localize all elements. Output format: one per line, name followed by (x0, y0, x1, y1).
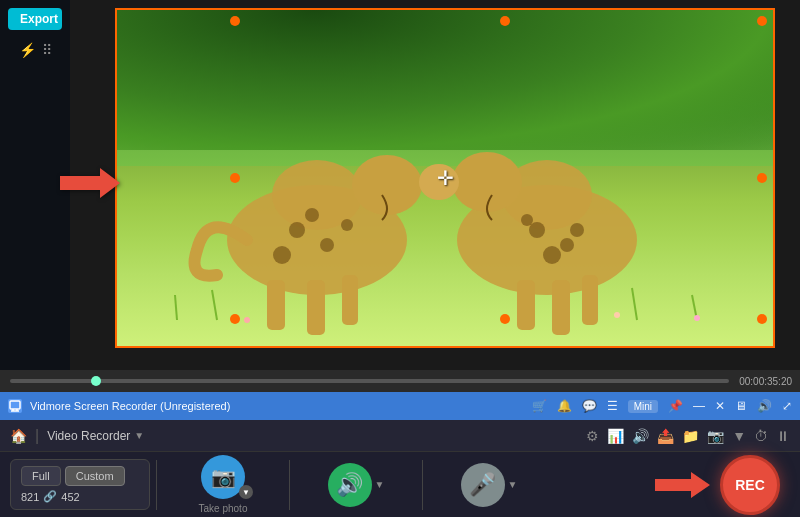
svg-rect-21 (582, 275, 598, 325)
rec-button[interactable]: REC (720, 455, 780, 515)
audio-settings-icon[interactable]: 🔊 (632, 428, 649, 444)
minimize-button[interactable]: — (693, 399, 705, 413)
svg-marker-30 (60, 168, 120, 198)
svg-point-17 (521, 214, 533, 226)
timeline-knob[interactable] (91, 376, 101, 386)
svg-point-14 (529, 222, 545, 238)
handle-bottom-left[interactable] (230, 314, 240, 324)
arrow-svg (60, 168, 120, 198)
recorder-controls: Full Custom 821 🔗 452 📷 ▼ Take photo (0, 452, 800, 517)
svg-point-28 (614, 312, 620, 318)
recorder-panel: Vidmore Screen Recorder (Unregistered) 🛒… (0, 392, 800, 517)
svg-point-15 (560, 238, 574, 252)
size-display: 821 🔗 452 (21, 490, 139, 503)
timeline-progress[interactable] (10, 379, 729, 383)
timeline-time: 00:00:35:20 (739, 376, 800, 387)
camera-dropdown-icon[interactable]: ▼ (732, 428, 746, 444)
mic-btn-row: 🎤 ▼ (461, 463, 518, 507)
chat-icon[interactable]: 💬 (582, 399, 597, 413)
svg-line-23 (212, 290, 217, 320)
camera-button[interactable]: 📷 ▼ (201, 455, 245, 499)
mic-button[interactable]: 🎤 (461, 463, 505, 507)
audio-button[interactable]: 🔊 (328, 463, 372, 507)
svg-rect-9 (307, 280, 325, 335)
handle-top-left[interactable] (230, 16, 240, 26)
full-mode-button[interactable]: Full (21, 466, 61, 486)
titlebar-controls: 🛒 🔔 💬 ☰ Mini 📌 — ✕ 🖥 🔊 ⤢ (532, 399, 792, 413)
pause-icon[interactable]: ⏸ (776, 428, 790, 444)
section-chevron[interactable]: ▼ (134, 430, 144, 441)
rec-section: REC (655, 455, 790, 515)
svg-point-18 (570, 223, 584, 237)
recorder-toolbar: 🏠 | Video Recorder ▼ ⚙ 📊 🔊 📤 📁 📷 ▼ ⏱ ⏸ (0, 420, 800, 452)
divider-2 (289, 460, 290, 510)
user-icon[interactable]: 🔔 (557, 399, 572, 413)
separator-1: | (35, 427, 39, 445)
camera-icon: 📷 (211, 465, 236, 489)
svg-rect-19 (517, 280, 535, 330)
camera-top-icon[interactable]: 📷 (707, 428, 724, 444)
timeline-bar[interactable]: 00:00:35:20 (0, 370, 800, 392)
filter-icon[interactable]: ⚡ (19, 42, 36, 58)
camera-label: Take photo (199, 503, 248, 514)
handle-middle-right[interactable] (757, 173, 767, 183)
app-icon-svg (9, 400, 21, 412)
sidebar-icon-group: ⚡ ⠿ (19, 42, 52, 58)
camera-dropdown-btn[interactable]: ▼ (239, 485, 253, 499)
audio-chevron[interactable]: ▼ (375, 479, 385, 490)
handle-bottom-middle[interactable] (500, 314, 510, 324)
close-button[interactable]: ✕ (715, 399, 725, 413)
camera-section: 📷 ▼ Take photo (163, 455, 283, 514)
height-value: 452 (61, 491, 79, 503)
volume-icon[interactable]: 🔊 (757, 399, 772, 413)
svg-point-3 (289, 222, 305, 238)
mic-chevron[interactable]: ▼ (508, 479, 518, 490)
video-preview: ✛ (115, 8, 775, 348)
crosshair-cursor: ✛ (433, 166, 457, 190)
mini-button[interactable]: Mini (628, 400, 658, 413)
svg-point-29 (694, 315, 700, 321)
home-icon[interactable]: 🏠 (10, 428, 27, 444)
mode-buttons: Full Custom (21, 466, 139, 486)
cart-icon[interactable]: 🛒 (532, 399, 547, 413)
grid-icon[interactable]: ⠿ (42, 42, 52, 58)
clock-icon[interactable]: ⏱ (754, 428, 768, 444)
section-label-text: Video Recorder (47, 429, 130, 443)
menu-icon[interactable]: ☰ (607, 399, 618, 413)
recorder-titlebar: Vidmore Screen Recorder (Unregistered) 🛒… (0, 392, 800, 420)
handle-top-middle[interactable] (500, 16, 510, 26)
svg-point-6 (341, 219, 353, 231)
svg-point-16 (543, 246, 561, 264)
audio-section: 🔊 ▼ (296, 463, 416, 507)
svg-rect-31 (10, 401, 20, 409)
export-icon[interactable]: 📤 (657, 428, 674, 444)
svg-marker-35 (655, 472, 710, 498)
audio-btn-row: 🔊 ▼ (328, 463, 385, 507)
section-label: Video Recorder ▼ (47, 429, 144, 443)
size-link-icon[interactable]: 🔗 (43, 490, 57, 503)
divider-1 (156, 460, 157, 510)
export-button[interactable]: Export (8, 8, 62, 30)
handle-top-right[interactable] (757, 16, 767, 26)
audio-icon: 🔊 (336, 472, 363, 498)
mic-icon: 🎤 (469, 472, 496, 498)
handle-bottom-right[interactable] (757, 314, 767, 324)
svg-point-7 (305, 208, 319, 222)
mic-section: 🎤 ▼ (429, 463, 549, 507)
svg-rect-8 (267, 280, 285, 330)
rec-label: REC (735, 477, 765, 493)
camera-row: 📷 ▼ (201, 455, 245, 499)
capture-mode-selector: Full Custom 821 🔗 452 (10, 459, 150, 510)
history-icon[interactable]: 📁 (682, 428, 699, 444)
custom-mode-button[interactable]: Custom (65, 466, 125, 486)
handle-middle-left[interactable] (230, 173, 240, 183)
camera-dropdown-arrow: ▼ (242, 488, 250, 497)
divider-3 (422, 460, 423, 510)
expand-icon[interactable]: ⤢ (782, 399, 792, 413)
pin-icon[interactable]: 📌 (668, 399, 683, 413)
left-red-arrow (60, 168, 120, 202)
cpu-icon[interactable]: 📊 (607, 428, 624, 444)
monitor-icon[interactable]: 🖥 (735, 399, 747, 413)
rec-arrow-svg (655, 472, 710, 498)
settings-icon[interactable]: ⚙ (586, 428, 599, 444)
